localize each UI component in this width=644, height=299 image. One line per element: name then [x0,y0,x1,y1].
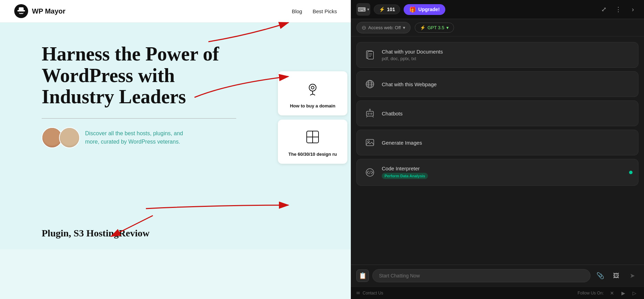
svg-rect-26 [366,139,374,146]
svg-line-25 [373,116,373,118]
panel-header: ⌨ ▾ ⚡ 101 🎁 Upgrade! ⤢ ⋮ › [351,0,644,19]
feature-item-docs[interactable]: Chat with your Documents pdf, doc, pptx,… [356,42,638,68]
card-design-label: The 60/30/10 design ru [288,152,337,157]
feature-title-webpage: Chat with this Webpage [382,81,437,87]
forward-btn-2[interactable]: ▶ [619,289,627,297]
hero-title: Harness the Power of WordPress with Indu… [42,43,236,108]
code-icon [364,166,376,179]
chatbots-icon [364,107,376,120]
site-nav-links: Blog Best Picks [292,8,337,14]
svg-point-4 [311,86,314,89]
web-access-chevron: ▾ [403,25,405,30]
terminal-icon: ⌨ [358,6,366,13]
feature-title-docs: Chat with your Documents [382,49,443,55]
attach-icon: 📎 [596,272,604,280]
svg-rect-2 [19,7,24,11]
feature-text-code: Code Interpreter Perform Data Analysis [382,165,428,179]
gpt-btn[interactable]: ⚡ GPT 3.5 ▾ [415,23,454,33]
cards-row: How to buy a domain The 60/30/10 design … [278,71,351,164]
footer-social: ✕ ▶ ▷ [608,289,638,297]
logo-icon [14,4,28,18]
send-icon: ➤ [630,272,635,280]
forward-btn[interactable]: › [627,4,638,15]
gift-icon: 🎁 [409,6,416,13]
gpt-chevron: ▾ [446,25,449,30]
feature-text-webpage: Chat with this Webpage [382,81,437,87]
gpt-label: GPT 3.5 [428,25,444,30]
face2 [60,128,79,147]
twitter-btn[interactable]: ✕ [608,289,616,297]
web-access-btn[interactable]: ⊖ Access web: Off ▾ [356,22,411,33]
svg-point-23 [370,109,371,110]
lightning-green-icon: ⚡ [420,25,426,30]
svg-point-21 [371,113,372,114]
follow-label: Follow Us On: [578,291,604,296]
svg-point-27 [368,141,370,143]
web-access-label: Access web: Off [368,25,401,30]
feature-title-code: Code Interpreter [382,165,428,171]
hero-divider [42,118,236,119]
feature-text-docs: Chat with your Documents pdf, doc, pptx,… [382,49,443,61]
feature-text-images: Generate Images [382,140,422,146]
images-icon [364,136,376,149]
mail-icon: ✉ [356,291,360,296]
chat-input[interactable] [372,269,591,282]
panel-right-actions: ⤢ ⋮ › [598,4,638,15]
image-upload-btn[interactable]: 🖼 [610,269,622,282]
feature-item-chatbots[interactable]: Chatbots [356,100,638,126]
footer-left: ✉ Contact Us [356,291,383,296]
upgrade-label: Upgrade! [418,7,439,12]
hero-description: Discover all the best hosts, plugins, an… [85,129,196,146]
avatar-2 [59,127,80,148]
panel-footer: ✉ Contact Us Follow Us On: ✕ ▶ ▷ [351,286,644,299]
card-design-icon [302,127,323,147]
card-domain[interactable]: How to buy a domain [278,71,347,115]
page-icon: 📋 [359,272,366,280]
docs-icon [364,49,376,61]
more-options-btn[interactable]: ⋮ [613,4,624,15]
feature-dot-code [629,171,633,174]
code-badge: Perform Data Analysis [382,173,428,179]
upgrade-button[interactable]: 🎁 Upgrade! [404,4,445,15]
logo-text: WP Mayor [32,7,65,15]
next-btn[interactable]: ▷ [630,289,638,297]
ai-panel: ⌨ ▾ ⚡ 101 🎁 Upgrade! ⤢ ⋮ › ⊖ Access web:… [351,0,644,299]
page-icon-btn[interactable]: 📋 [356,269,369,282]
lightning-icon: ⚡ [379,7,385,12]
feature-subtitle-docs: pdf, doc, pptx, txt [382,56,443,61]
site-logo: WP Mayor [14,4,65,18]
panel-btn-group: ⌨ ▾ [356,3,370,16]
site-nav: WP Mayor Blog Best Picks [0,0,351,23]
avatars [42,127,80,148]
svg-rect-10 [368,51,373,59]
image-icon: 🖼 [613,272,619,280]
feature-item-webpage[interactable]: Chat with this Webpage [356,71,638,97]
svg-point-3 [309,84,316,91]
footer-right: Follow Us On: ✕ ▶ ▷ [578,289,638,297]
feature-title-chatbots: Chatbots [382,111,403,116]
website-area: WP Mayor Blog Best Picks Harness the Pow… [0,0,351,299]
svg-line-29 [370,171,370,174]
panel-terminal-btn[interactable]: ⌨ ▾ [356,3,370,16]
feature-item-code[interactable]: Code Interpreter Perform Data Analysis [356,159,638,186]
svg-point-20 [368,113,369,114]
feature-text-chatbots: Chatbots [382,111,403,116]
webpage-icon [364,78,376,90]
attach-btn[interactable]: 📎 [594,269,606,282]
expand-btn[interactable]: ⤢ [598,4,609,15]
nav-best-picks[interactable]: Best Picks [313,8,337,14]
score-value: 101 [387,7,395,12]
card-design[interactable]: The 60/30/10 design ru [278,120,347,164]
feature-item-images[interactable]: Generate Images [356,130,638,155]
svg-line-24 [366,116,367,118]
nav-blog[interactable]: Blog [292,8,302,14]
chevron-down-icon: ▾ [367,7,369,12]
controls-bar: ⊖ Access web: Off ▾ ⚡ GPT 3.5 ▾ [351,19,644,37]
features-list: Chat with your Documents pdf, doc, pptx,… [351,37,644,265]
hero-section: Harness the Power of WordPress with Indu… [0,23,351,217]
section-title: Plugin, S3 HostingReviow [42,228,309,239]
card-domain-label: How to buy a domain [290,103,336,108]
score-badge: ⚡ 101 [374,5,400,14]
contact-label: Contact Us [363,291,383,296]
send-btn[interactable]: ➤ [626,269,638,282]
